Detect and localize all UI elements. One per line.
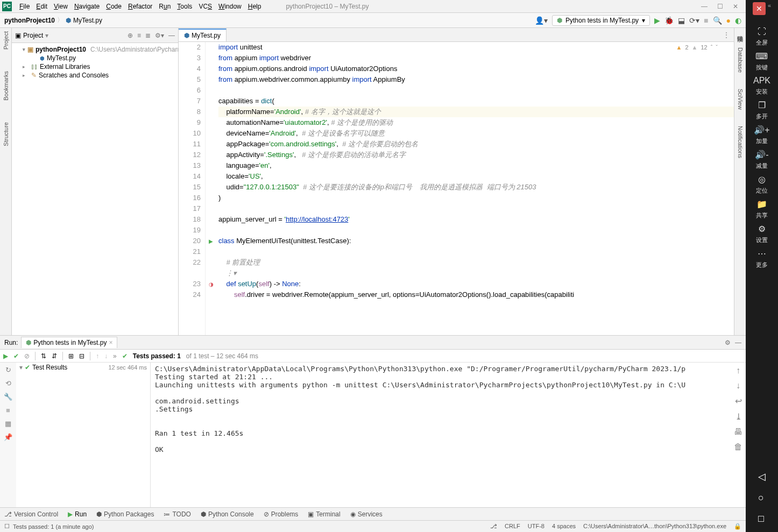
print-icon[interactable]: 🖶: [734, 427, 742, 437]
bt-version-control[interactable]: ⎇Version Control: [4, 510, 58, 518]
run-console[interactable]: C:\Users\Administrator\AppData\Local\Pro…: [151, 363, 731, 507]
project-tab[interactable]: Project: [3, 31, 9, 49]
prev-icon[interactable]: ↑: [96, 352, 99, 360]
scroll-up-icon[interactable]: ↑: [736, 366, 740, 375]
next-icon[interactable]: ↓: [104, 352, 108, 360]
show-passed-icon[interactable]: ✔: [13, 352, 19, 360]
menu-navigate[interactable]: Navigate: [71, 3, 103, 10]
emulator-定位[interactable]: ◎定位: [753, 174, 770, 195]
bt-packages[interactable]: ⬢Python Packages: [96, 510, 154, 518]
stop-small-icon[interactable]: ■: [6, 406, 10, 414]
right-tab-sciview[interactable]: SciView: [737, 89, 744, 110]
scroll-end-icon[interactable]: ⤓: [735, 412, 742, 422]
collapse-icon[interactable]: ≣: [145, 32, 151, 39]
menu-tools[interactable]: Tools: [174, 3, 195, 10]
nav-home-icon[interactable]: ○: [758, 492, 766, 503]
run-config-selector[interactable]: ⬢ Python tests in MyTest.py ▾: [552, 15, 650, 26]
bt-problems[interactable]: ⊘Problems: [264, 510, 299, 518]
tree-project-root[interactable]: ▾ ▣ pythonProject10 C:\Users\Administrat…: [12, 45, 178, 54]
emulator-加量[interactable]: 🔊+加量: [753, 125, 770, 145]
run-button-icon[interactable]: ▶: [654, 16, 660, 25]
emulator-全屏[interactable]: ⛶全屏: [753, 27, 770, 47]
chevron-down-icon[interactable]: ▾: [23, 47, 25, 52]
bookmarks-tab[interactable]: Bookmarks: [3, 71, 9, 101]
ide-update-icon[interactable]: ●: [726, 16, 731, 25]
editor-tab-mytest[interactable]: ⬢ MyTest.py: [179, 29, 227, 41]
nav-recent-icon[interactable]: □: [758, 513, 766, 524]
chevron-down-icon[interactable]: ▾: [45, 32, 48, 39]
debug-button-icon[interactable]: 🐞: [664, 16, 674, 25]
layout-icon[interactable]: ▦: [5, 420, 11, 428]
search-icon[interactable]: 🔍: [713, 16, 722, 25]
emulator-多开[interactable]: ❐多开: [753, 100, 770, 120]
code-content[interactable]: import unittestfrom appium import webdri…: [216, 42, 734, 335]
scroll-down-icon[interactable]: ↓: [736, 381, 740, 391]
menu-edit[interactable]: Edit: [33, 3, 51, 10]
editor-menu-icon[interactable]: ⋮: [723, 31, 734, 39]
emulator-更多[interactable]: ⋯更多: [753, 249, 770, 269]
close-icon[interactable]: ✕: [733, 3, 738, 10]
bt-run[interactable]: ▶Run: [68, 510, 87, 518]
rerun-icon[interactable]: ▶: [3, 352, 8, 360]
menu-help[interactable]: Help: [245, 3, 265, 10]
line-number-gutter[interactable]: 23456789101112131415161718192021222324: [179, 42, 206, 335]
emulator-设置[interactable]: ⚙设置: [753, 224, 770, 244]
right-tab-notifications[interactable]: Notifications: [737, 126, 744, 158]
chevron-down-icon[interactable]: ▾: [19, 364, 23, 371]
soft-wrap-icon[interactable]: ↩: [735, 396, 742, 406]
sort-icon[interactable]: ⇅: [41, 352, 46, 360]
test-tree[interactable]: ▾ ✔ Test Results 12 sec 464 ms: [16, 363, 151, 507]
hide-icon[interactable]: —: [168, 32, 175, 39]
status-encoding[interactable]: UTF-8: [528, 523, 544, 530]
profile-icon[interactable]: ⟳▾: [689, 16, 699, 25]
status-indicator-icon[interactable]: ☐: [4, 523, 10, 530]
emulator-减量[interactable]: 🔊-减量: [753, 150, 770, 170]
chevron-down-icon[interactable]: ˇ: [716, 44, 718, 51]
right-tab-database[interactable]: Database: [737, 47, 744, 73]
expand-icon[interactable]: ≡: [137, 32, 141, 39]
inspection-widget[interactable]: ▲2 ▲12 ˆ ˇ: [676, 44, 718, 51]
locate-icon[interactable]: ⊕: [128, 32, 133, 39]
run-settings-icon[interactable]: ⚙: [725, 339, 731, 346]
coverage-icon[interactable]: ⬓: [678, 16, 685, 25]
collapse-all-icon[interactable]: ⊟: [79, 352, 84, 360]
plugin-icon[interactable]: ◐: [735, 16, 741, 25]
chevron-right-icon[interactable]: ▸: [23, 64, 29, 69]
settings-icon[interactable]: ⚙▾: [155, 32, 164, 39]
pin-icon[interactable]: 📌: [4, 433, 12, 441]
rerun-failed-icon[interactable]: ⟲: [5, 379, 11, 387]
chevron-up-icon[interactable]: ˆ: [711, 44, 713, 51]
gutter-icons[interactable]: ▶◑: [206, 42, 216, 335]
run-hide-icon[interactable]: —: [735, 339, 741, 346]
bt-todo[interactable]: ≔TODO: [164, 510, 190, 518]
wrench-icon[interactable]: 🔧: [4, 393, 12, 401]
menu-refactor[interactable]: Refactor: [125, 3, 155, 10]
minimize-icon[interactable]: —: [701, 3, 708, 10]
run-tab[interactable]: ⬢ Python tests in MyTest.py ×: [21, 337, 117, 348]
nav-back-icon[interactable]: ◁: [758, 471, 766, 483]
menu-run[interactable]: Run: [155, 3, 174, 10]
breadcrumb-project[interactable]: pythonProject10: [4, 17, 55, 24]
chevron-right-icon[interactable]: ▸: [23, 73, 29, 78]
history-icon[interactable]: ↻: [5, 366, 11, 374]
lock-icon[interactable]: 🔒: [734, 523, 741, 530]
project-tree[interactable]: ▾ ▣ pythonProject10 C:\Users\Administrat…: [12, 43, 178, 335]
emulator-按键[interactable]: ⌨按键: [753, 51, 770, 72]
bt-services[interactable]: ◉Services: [350, 510, 383, 518]
status-interpreter[interactable]: C:\Users\Administrator\A…thon\Python313\…: [583, 523, 726, 530]
close-tab-icon[interactable]: ×: [109, 339, 112, 346]
menu-file[interactable]: File: [16, 3, 33, 10]
stop-icon[interactable]: ■: [704, 16, 708, 25]
menu-vcs[interactable]: VCS: [195, 3, 215, 10]
emulator-close-icon[interactable]: ✕: [753, 2, 766, 15]
show-ignored-icon[interactable]: ⊘: [24, 352, 30, 360]
menu-view[interactable]: View: [51, 3, 71, 10]
bt-terminal[interactable]: ▣Terminal: [308, 510, 340, 518]
structure-tab[interactable]: Structure: [3, 122, 9, 146]
tree-external-libraries[interactable]: ▸ ⫿⫿ External Libraries: [12, 62, 178, 71]
git-icon[interactable]: ⎇: [490, 523, 497, 530]
trash-icon[interactable]: 🗑: [734, 442, 742, 452]
emulator-collapse-icon[interactable]: «: [768, 2, 771, 19]
test-results-root[interactable]: ▾ ✔ Test Results 12 sec 464 ms: [16, 363, 150, 372]
menu-code[interactable]: Code: [103, 3, 125, 10]
